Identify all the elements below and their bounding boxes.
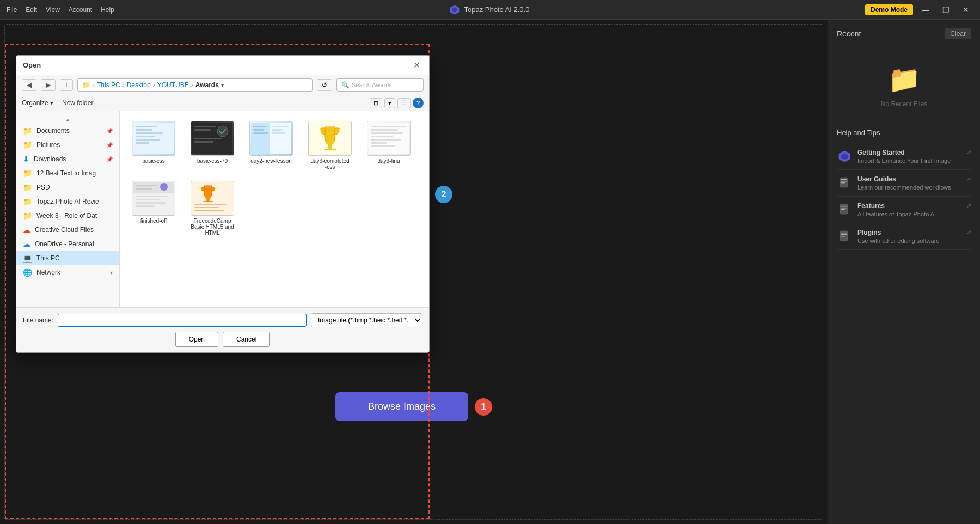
- nav-item-onedrive[interactable]: ☁ OneDrive - Personal: [16, 237, 119, 251]
- file-type-select[interactable]: Image file (*.bmp *.heic *.heif *.: [311, 313, 422, 327]
- nav-item-documents[interactable]: 📁 Documents 📌: [16, 124, 119, 138]
- menu-file[interactable]: File: [7, 6, 17, 14]
- menu-edit[interactable]: Edit: [26, 6, 37, 14]
- dialog-close-button[interactable]: ✕: [411, 60, 422, 70]
- user-guides-title: User Guides: [857, 175, 960, 183]
- svg-rect-24: [328, 145, 332, 149]
- week3-label: Week 3 - Role of Dat: [36, 212, 113, 220]
- menu-account[interactable]: Account: [69, 6, 92, 14]
- svg-rect-13: [194, 138, 222, 139]
- this-pc-label: This PC: [36, 254, 113, 262]
- file-name-input[interactable]: [58, 314, 307, 327]
- view-details-button[interactable]: ☰: [397, 98, 411, 108]
- pictures-pin: 📌: [106, 142, 113, 148]
- help-button[interactable]: ?: [413, 98, 424, 108]
- path-bar: 📁 › This PC › Desktop › YOUTUBE › Awards…: [77, 78, 313, 92]
- path-sep-0: ›: [93, 81, 95, 89]
- refresh-button[interactable]: ↺: [317, 79, 332, 91]
- svg-rect-17: [253, 126, 267, 127]
- svg-rect-33: [371, 145, 395, 147]
- svg-point-12: [217, 126, 228, 137]
- recent-section-header: Recent Clear: [837, 28, 971, 39]
- user-guides-external-icon: ↗: [966, 175, 971, 183]
- 12best-label: 12 Best Text to Imag: [36, 169, 113, 177]
- file-name-basic-css: basic-css: [142, 158, 165, 164]
- svg-rect-21: [272, 129, 283, 131]
- help-item-features[interactable]: Features All features of Topaz Photo AI …: [837, 197, 971, 223]
- path-this-pc[interactable]: This PC: [97, 81, 120, 89]
- nav-item-pictures[interactable]: 📁 Pictures 📌: [16, 138, 119, 152]
- creative-cloud-icon: ☁: [23, 226, 30, 234]
- right-panel: Recent Clear 📁 No Recent Files Help and …: [828, 20, 980, 524]
- demo-mode-button[interactable]: Demo Mode: [865, 4, 913, 15]
- forward-button[interactable]: ▶: [41, 79, 56, 91]
- documents-pin: 📌: [106, 128, 113, 134]
- nav-item-creative-cloud[interactable]: ☁ Creative Cloud Files: [16, 223, 119, 237]
- file-name-day2: day2-new-lesson: [250, 158, 292, 164]
- organize-button[interactable]: Organize ▾: [22, 99, 53, 107]
- svg-rect-45: [203, 201, 213, 202]
- file-item-day3-fina[interactable]: day3-fina: [362, 118, 416, 173]
- getting-started-desc: Import & Enhance Your First Image: [857, 157, 960, 164]
- view-controls: ⊞ ▾ ☰ ?: [370, 98, 424, 108]
- back-button[interactable]: ◀: [22, 79, 36, 91]
- path-dropdown-button[interactable]: ▾: [221, 82, 224, 88]
- path-sep-1: ›: [122, 81, 125, 89]
- file-name-freecodecamp: FreecodeCamp Basic HTML5 and HTML: [188, 218, 236, 236]
- svg-rect-60: [841, 233, 847, 234]
- nav-item-this-pc[interactable]: 💻 This PC: [16, 251, 119, 265]
- file-thumbnail-freecodecamp: [191, 181, 234, 216]
- up-button[interactable]: ↑: [60, 79, 73, 91]
- svg-rect-6: [136, 136, 155, 137]
- open-button[interactable]: Open: [175, 332, 218, 347]
- file-name-label: File name:: [23, 316, 53, 324]
- help-item-plugins[interactable]: Plugins Use with other editing software …: [837, 223, 971, 250]
- path-youtube[interactable]: YOUTUBE: [157, 81, 189, 89]
- svg-rect-29: [371, 132, 403, 134]
- app-title-text: Topaz Photo AI 2.0.0: [464, 5, 529, 14]
- file-item-day2[interactable]: day2-new-lesson: [244, 118, 298, 173]
- menu-view[interactable]: View: [46, 6, 60, 14]
- badge-2: 2: [435, 186, 452, 203]
- nav-item-12best[interactable]: 📁 12 Best Text to Imag: [16, 166, 119, 180]
- nav-item-downloads[interactable]: ⬇ Downloads 📌: [16, 152, 119, 166]
- svg-rect-48: [194, 210, 224, 211]
- plugins-text: Plugins Use with other editing software: [857, 229, 960, 244]
- new-folder-button[interactable]: New folder: [62, 99, 93, 107]
- no-recent-folder-icon: 📁: [888, 64, 921, 95]
- getting-started-icon: [837, 149, 852, 164]
- svg-rect-25: [324, 149, 336, 150]
- file-item-basic-css-70[interactable]: basic-css-70: [185, 118, 240, 173]
- minimize-button[interactable]: —: [917, 4, 934, 15]
- file-item-basic-css[interactable]: basic-css: [126, 118, 181, 173]
- downloads-label: Downloads: [34, 155, 102, 163]
- file-name-day3-completed: day3-completed-css: [310, 158, 349, 170]
- close-button[interactable]: ✕: [958, 4, 973, 15]
- app-area: Browse Images 1 Open ✕ ◀ ▶ ↑ 📁 ›: [0, 20, 980, 524]
- menu-help[interactable]: Help: [101, 6, 114, 14]
- onedrive-label: OneDrive - Personal: [35, 240, 113, 248]
- file-thumbnail-finished-off: [132, 181, 175, 216]
- workspace: Browse Images 1 Open ✕ ◀ ▶ ↑ 📁 ›: [4, 24, 823, 520]
- view-dropdown-button[interactable]: ▾: [384, 98, 395, 108]
- search-placeholder: Search Awards: [352, 82, 392, 88]
- dialog-toolbar: ◀ ▶ ↑ 📁 › This PC › Desktop › YOUTUBE › …: [16, 75, 429, 95]
- help-item-user-guides[interactable]: User Guides Learn our recommended workfl…: [837, 170, 971, 197]
- creative-cloud-label: Creative Cloud Files: [35, 226, 113, 234]
- cancel-button[interactable]: Cancel: [223, 332, 270, 347]
- nav-item-week3[interactable]: 📁 Week 3 - Role of Dat: [16, 209, 119, 223]
- file-item-day3-completed[interactable]: day3-completed-css: [303, 118, 357, 173]
- nav-item-psd[interactable]: 📁 PSD: [16, 180, 119, 194]
- help-item-getting-started[interactable]: Getting Started Import & Enhance Your Fi…: [837, 143, 971, 170]
- nav-item-topaz[interactable]: 📁 Topaz Photo AI Revie: [16, 194, 119, 209]
- nav-item-network[interactable]: 🌐 Network ▾: [16, 265, 119, 279]
- clear-button[interactable]: Clear: [945, 28, 971, 39]
- file-item-finished-off[interactable]: finished-off: [126, 178, 181, 239]
- no-recent-label: No Recent Files: [881, 100, 927, 108]
- file-name-finished-off: finished-off: [140, 218, 167, 224]
- path-awards: Awards: [195, 81, 219, 89]
- view-large-icon-button[interactable]: ⊞: [370, 98, 382, 108]
- maximize-button[interactable]: ❐: [938, 4, 954, 15]
- path-desktop[interactable]: Desktop: [127, 81, 151, 89]
- file-item-freecodecamp[interactable]: FreecodeCamp Basic HTML5 and HTML: [185, 178, 240, 239]
